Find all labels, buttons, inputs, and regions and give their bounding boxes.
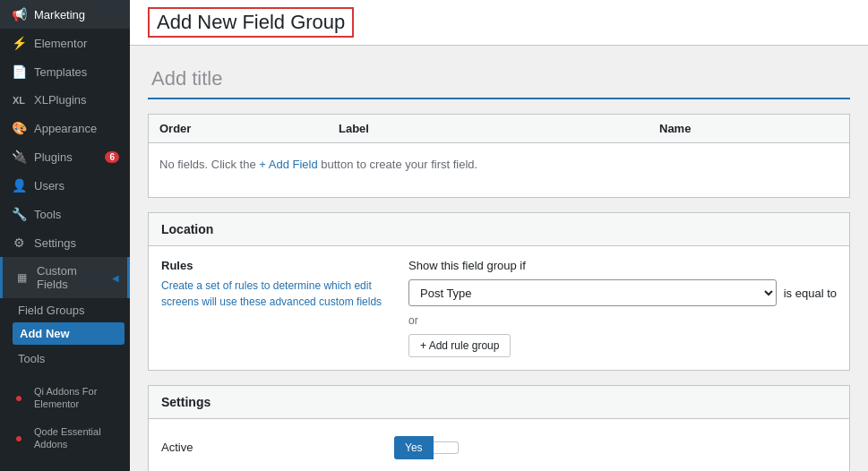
sidebar-item-tools[interactable]: 🔧 Tools (0, 200, 130, 228)
toggle-yes-button[interactable]: Yes (394, 436, 434, 459)
elementor-icon: ⚡ (11, 36, 27, 50)
appearance-icon: 🎨 (11, 121, 27, 135)
sidebar-item-label: Plugins (34, 150, 98, 164)
sub-label: Field Groups (18, 304, 84, 317)
location-section-title: Location (149, 213, 849, 246)
no-fields-message: No fields. Click the + Add Field button … (159, 158, 838, 171)
qi-addons-icon: ● (11, 390, 27, 405)
location-section-body: Rules Create a set of rules to determine… (149, 246, 849, 370)
qode-essential-icon: ● (11, 431, 27, 445)
sidebar-item-custom-fields[interactable]: ▦ Custom Fields ◀ (0, 257, 130, 298)
col-label: Label (339, 122, 659, 135)
topbar: Add New Field Group (130, 0, 868, 46)
sidebar-sub-tools[interactable]: Tools (0, 347, 130, 371)
sidebar-item-label: Templates (34, 65, 119, 79)
templates-icon: 📄 (11, 64, 27, 79)
sidebar-item-settings[interactable]: ⚙ Settings (0, 228, 130, 257)
sidebar-item-xlplugins[interactable]: XL XLPlugins (0, 86, 130, 114)
fields-table-header: Order Label Name (149, 115, 849, 143)
custom-fields-arrow-icon: ◀ (112, 273, 119, 283)
sidebar-sub-field-groups[interactable]: Field Groups (0, 298, 130, 322)
sidebar-item-label: Users (34, 179, 119, 193)
show-if-col: Show this field group if Post Type is eq… (408, 259, 837, 357)
sidebar-item-elementor[interactable]: ⚡ Elementor (0, 29, 130, 57)
custom-fields-icon: ▦ (13, 271, 30, 284)
sidebar-item-templates[interactable]: 📄 Templates (0, 57, 130, 86)
add-rule-group-button[interactable]: + Add rule group (408, 334, 511, 357)
add-field-link[interactable]: + Add Field (259, 158, 317, 171)
or-row: or (408, 313, 837, 327)
active-label: Active (161, 432, 394, 463)
show-if-label: Show this field group if (408, 259, 837, 272)
condition-row: Post Type is equal to (408, 279, 837, 306)
marketing-icon: 📢 (11, 7, 27, 21)
sidebar-item-label: Appearance (34, 122, 119, 135)
sidebar: 📢 Marketing ⚡ Elementor 📄 Templates XL X… (0, 0, 130, 471)
condition-text: is equal to (784, 287, 837, 300)
settings-icon: ⚙ (11, 236, 27, 250)
plugins-badge: 6 (105, 151, 119, 163)
sidebar-item-label: Qi Addons For Elementor (34, 385, 119, 411)
sidebar-item-appearance[interactable]: 🎨 Appearance (0, 114, 130, 142)
settings-grid: Active Yes (161, 432, 837, 463)
rules-title: Rules (161, 259, 394, 272)
sidebar-item-label: Elementor (34, 37, 119, 50)
rules-col: Rules Create a set of rules to determine… (161, 259, 394, 357)
users-icon: 👤 (11, 178, 27, 193)
settings-section-body: Active Yes (149, 419, 849, 471)
active-toggle: Yes (394, 436, 837, 459)
xlplugins-icon: XL (11, 95, 27, 106)
rules-desc: Create a set of rules to determine which… (161, 278, 394, 310)
tools-icon: 🔧 (11, 207, 27, 221)
main-content: Add New Field Group Order Label Name No … (130, 0, 868, 471)
settings-section: Settings Active Yes (148, 385, 850, 471)
fields-table: Order Label Name No fields. Click the + … (148, 114, 850, 198)
or-label: or (408, 314, 418, 327)
sidebar-item-qode-essential[interactable]: ● Qode Essential Addons (0, 418, 130, 458)
page-title: Add New Field Group (148, 7, 354, 38)
sidebar-item-label: Tools (34, 208, 119, 221)
sub-label: Add New (20, 327, 70, 340)
sidebar-item-label: Settings (34, 236, 119, 250)
location-section: Location Rules Create a set of rules to … (148, 212, 850, 371)
content-area: Order Label Name No fields. Click the + … (130, 46, 868, 471)
plugins-icon: 🔌 (11, 150, 27, 164)
sidebar-item-marketing[interactable]: 📢 Marketing (0, 0, 130, 29)
post-type-select[interactable]: Post Type (408, 279, 777, 306)
sidebar-item-users[interactable]: 👤 Users (0, 171, 130, 200)
sidebar-item-label: Custom Fields (37, 264, 105, 291)
title-input[interactable] (148, 60, 850, 99)
location-grid: Rules Create a set of rules to determine… (161, 259, 837, 357)
col-name: Name (659, 122, 838, 135)
sidebar-item-label: Qode Essential Addons (34, 425, 119, 451)
sub-label: Tools (18, 352, 45, 365)
toggle-no-button[interactable] (434, 441, 459, 454)
sidebar-sub-add-new[interactable]: Add New (13, 322, 125, 345)
col-order: Order (159, 122, 339, 135)
settings-section-title: Settings (149, 386, 849, 419)
sidebar-item-label: Marketing (34, 8, 119, 21)
fields-table-body: No fields. Click the + Add Field button … (149, 143, 849, 197)
sidebar-item-qi-addons[interactable]: ● Qi Addons For Elementor (0, 378, 130, 418)
sidebar-item-plugins[interactable]: 🔌 Plugins 6 (0, 142, 130, 171)
add-rule-group-row: + Add rule group (408, 334, 837, 357)
sidebar-item-label: XLPlugins (34, 93, 119, 107)
